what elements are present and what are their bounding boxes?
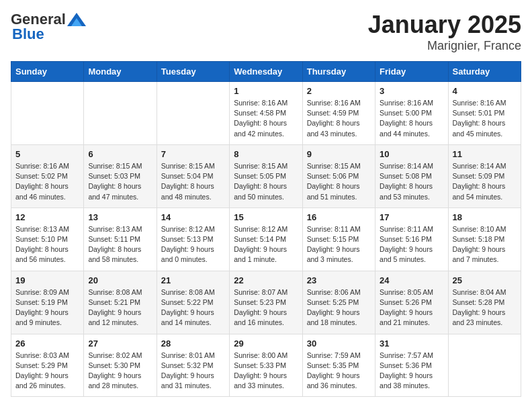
day-info: Sunrise: 8:16 AM Sunset: 4:58 PM Dayligh… [234,98,298,139]
calendar-cell [157,82,229,145]
calendar-cell: 16Sunrise: 8:11 AM Sunset: 5:15 PM Dayli… [302,208,375,271]
calendar-cell: 19Sunrise: 8:09 AM Sunset: 5:19 PM Dayli… [11,271,84,334]
day-number: 23 [307,275,371,285]
day-info: Sunrise: 8:06 AM Sunset: 5:25 PM Dayligh… [307,287,371,328]
day-info: Sunrise: 8:02 AM Sunset: 5:30 PM Dayligh… [88,351,152,392]
calendar-cell: 23Sunrise: 8:06 AM Sunset: 5:25 PM Dayli… [302,271,375,334]
day-info: Sunrise: 8:16 AM Sunset: 5:01 PM Dayligh… [453,98,517,139]
day-number: 11 [453,149,517,159]
calendar-cell: 21Sunrise: 8:08 AM Sunset: 5:22 PM Dayli… [157,271,229,334]
calendar-cell: 6Sunrise: 8:15 AM Sunset: 5:03 PM Daylig… [84,144,157,208]
day-number: 7 [161,149,225,159]
day-number: 20 [88,275,152,285]
day-number: 9 [307,149,371,159]
day-number: 1 [234,86,298,96]
day-info: Sunrise: 8:12 AM Sunset: 5:14 PM Dayligh… [234,224,298,265]
day-number: 26 [15,338,79,349]
day-info: Sunrise: 8:07 AM Sunset: 5:23 PM Dayligh… [234,287,298,328]
calendar-subtitle: Marignier, France [368,39,521,53]
day-info: Sunrise: 7:59 AM Sunset: 5:35 PM Dayligh… [307,351,371,392]
day-info: Sunrise: 8:00 AM Sunset: 5:33 PM Dayligh… [234,351,298,392]
calendar-cell: 30Sunrise: 7:59 AM Sunset: 5:35 PM Dayli… [302,334,375,397]
header-day-wednesday: Wednesday [230,62,302,82]
calendar-cell: 18Sunrise: 8:10 AM Sunset: 5:18 PM Dayli… [448,208,521,271]
day-number: 6 [88,149,152,159]
header-day-thursday: Thursday [302,62,375,82]
header-day-saturday: Saturday [448,62,521,82]
calendar-cell: 9Sunrise: 8:15 AM Sunset: 5:06 PM Daylig… [302,144,375,208]
calendar-cell: 3Sunrise: 8:16 AM Sunset: 5:00 PM Daylig… [375,82,448,145]
day-info: Sunrise: 8:14 AM Sunset: 5:08 PM Dayligh… [380,161,443,202]
calendar-cell: 7Sunrise: 8:15 AM Sunset: 5:04 PM Daylig… [157,144,229,208]
calendar-cell: 29Sunrise: 8:00 AM Sunset: 5:33 PM Dayli… [230,334,302,397]
day-info: Sunrise: 8:03 AM Sunset: 5:29 PM Dayligh… [15,351,79,392]
day-number: 10 [380,149,443,159]
calendar-cell: 11Sunrise: 8:14 AM Sunset: 5:09 PM Dayli… [448,144,521,208]
calendar-cell: 5Sunrise: 8:16 AM Sunset: 5:02 PM Daylig… [11,144,84,208]
day-number: 29 [234,338,298,349]
calendar-cell: 10Sunrise: 8:14 AM Sunset: 5:08 PM Dayli… [375,144,448,208]
header-day-monday: Monday [84,62,157,82]
page-header: General Blue January 2025 Marignier, Fra… [11,11,521,53]
week-row-5: 26Sunrise: 8:03 AM Sunset: 5:29 PM Dayli… [11,334,521,397]
calendar-cell: 28Sunrise: 8:01 AM Sunset: 5:32 PM Dayli… [157,334,229,397]
header-day-sunday: Sunday [11,62,84,82]
calendar-cell: 2Sunrise: 8:16 AM Sunset: 4:59 PM Daylig… [302,82,375,145]
day-info: Sunrise: 8:13 AM Sunset: 5:11 PM Dayligh… [88,224,152,265]
day-number: 13 [88,212,152,222]
day-number: 14 [161,212,225,222]
day-number: 28 [161,338,225,349]
title-block: January 2025 Marignier, France [368,11,521,53]
day-info: Sunrise: 8:15 AM Sunset: 5:03 PM Dayligh… [88,161,152,202]
day-number: 31 [380,338,443,349]
header-day-tuesday: Tuesday [157,62,229,82]
day-info: Sunrise: 8:08 AM Sunset: 5:22 PM Dayligh… [161,287,225,328]
day-info: Sunrise: 8:15 AM Sunset: 5:05 PM Dayligh… [234,161,298,202]
day-info: Sunrise: 8:14 AM Sunset: 5:09 PM Dayligh… [453,161,517,202]
day-info: Sunrise: 8:16 AM Sunset: 4:59 PM Dayligh… [307,98,371,139]
day-number: 5 [15,149,79,159]
day-info: Sunrise: 8:15 AM Sunset: 5:04 PM Dayligh… [161,161,225,202]
logo: General Blue [11,11,86,43]
day-info: Sunrise: 8:04 AM Sunset: 5:28 PM Dayligh… [453,287,517,328]
calendar-cell: 24Sunrise: 8:05 AM Sunset: 5:26 PM Dayli… [375,271,448,334]
day-info: Sunrise: 8:12 AM Sunset: 5:13 PM Dayligh… [161,224,225,265]
day-number: 18 [453,212,517,222]
header-day-friday: Friday [375,62,448,82]
day-number: 21 [161,275,225,285]
logo-blue-text: Blue [12,26,44,42]
calendar-cell [448,334,521,397]
calendar-cell: 12Sunrise: 8:13 AM Sunset: 5:10 PM Dayli… [11,208,84,271]
day-number: 16 [307,212,371,222]
day-info: Sunrise: 8:11 AM Sunset: 5:16 PM Dayligh… [380,224,443,265]
day-number: 25 [453,275,517,285]
day-number: 12 [15,212,79,222]
week-row-3: 12Sunrise: 8:13 AM Sunset: 5:10 PM Dayli… [11,208,521,271]
week-row-2: 5Sunrise: 8:16 AM Sunset: 5:02 PM Daylig… [11,144,521,208]
day-number: 27 [88,338,152,349]
day-info: Sunrise: 8:16 AM Sunset: 5:02 PM Dayligh… [15,161,79,202]
week-row-1: 1Sunrise: 8:16 AM Sunset: 4:58 PM Daylig… [11,82,521,145]
day-info: Sunrise: 8:09 AM Sunset: 5:19 PM Dayligh… [15,287,79,328]
calendar-cell: 22Sunrise: 8:07 AM Sunset: 5:23 PM Dayli… [230,271,302,334]
header-row: SundayMondayTuesdayWednesdayThursdayFrid… [11,62,521,82]
calendar-cell: 1Sunrise: 8:16 AM Sunset: 4:58 PM Daylig… [230,82,302,145]
calendar-table: SundayMondayTuesdayWednesdayThursdayFrid… [11,61,521,397]
day-info: Sunrise: 8:01 AM Sunset: 5:32 PM Dayligh… [161,351,225,392]
calendar-cell [11,82,84,145]
calendar-header: SundayMondayTuesdayWednesdayThursdayFrid… [11,62,521,82]
day-number: 8 [234,149,298,159]
day-info: Sunrise: 8:10 AM Sunset: 5:18 PM Dayligh… [453,224,517,265]
calendar-cell: 14Sunrise: 8:12 AM Sunset: 5:13 PM Dayli… [157,208,229,271]
calendar-title: January 2025 [368,11,521,39]
day-info: Sunrise: 8:13 AM Sunset: 5:10 PM Dayligh… [15,224,79,265]
day-number: 2 [307,86,371,96]
day-number: 30 [307,338,371,349]
day-number: 15 [234,212,298,222]
calendar-cell: 17Sunrise: 8:11 AM Sunset: 5:16 PM Dayli… [375,208,448,271]
calendar-cell: 20Sunrise: 8:08 AM Sunset: 5:21 PM Dayli… [84,271,157,334]
calendar-cell: 25Sunrise: 8:04 AM Sunset: 5:28 PM Dayli… [448,271,521,334]
day-number: 19 [15,275,79,285]
day-info: Sunrise: 8:16 AM Sunset: 5:00 PM Dayligh… [380,98,443,139]
calendar-cell: 4Sunrise: 8:16 AM Sunset: 5:01 PM Daylig… [448,82,521,145]
